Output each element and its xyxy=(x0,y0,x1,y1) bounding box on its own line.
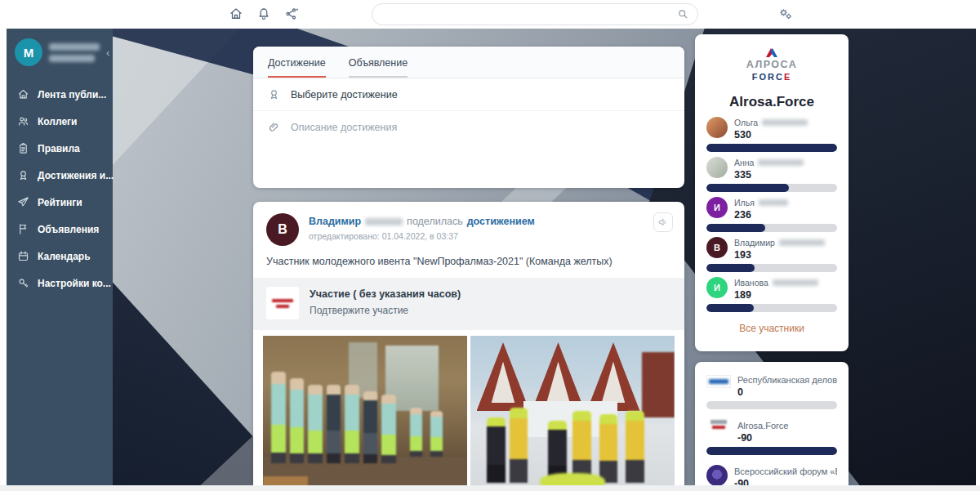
rocket-icon xyxy=(17,196,29,208)
search-bar[interactable] xyxy=(372,3,698,25)
clipboard-icon xyxy=(17,142,29,154)
sidebar-item-feed[interactable]: Лента публи... xyxy=(7,81,113,108)
score-bar-fill xyxy=(706,264,755,272)
photo-figure xyxy=(540,473,605,485)
topbar xyxy=(0,0,980,29)
participant-row[interactable]: Ольга 530 xyxy=(706,117,837,152)
participant-score: 189 xyxy=(734,289,837,301)
avatar[interactable]: M xyxy=(15,38,42,66)
post-photo-winter[interactable] xyxy=(470,336,675,485)
achievement-select-value: Выберите достижение xyxy=(291,89,398,100)
event-logo xyxy=(706,375,731,388)
avatar[interactable]: В xyxy=(266,213,299,246)
alrosa-logo: АЛРОСА FORCE xyxy=(706,46,837,82)
sidebar-item-ratings[interactable]: Рейтинги xyxy=(7,189,113,216)
events-card: Республиканская деловая игра "Мы 0 Alros… xyxy=(695,362,849,485)
redacted-text xyxy=(276,305,289,308)
avatar: В xyxy=(706,237,728,258)
sidebar-item-calendar[interactable]: Календарь xyxy=(7,243,113,270)
sidebar-item-label: Рейтинги xyxy=(38,197,82,208)
achievement-select[interactable]: Выберите достижение xyxy=(253,78,684,111)
participant-row[interactable]: В Владимир 193 xyxy=(706,237,837,272)
participant-name: Анна xyxy=(734,158,754,167)
sidebar-item-label: Правила xyxy=(38,143,80,154)
sidebar-item-colleagues[interactable]: Коллеги xyxy=(7,108,113,135)
score-bar-track xyxy=(706,144,837,152)
participant-score: 236 xyxy=(734,209,837,221)
home-icon[interactable] xyxy=(229,7,243,21)
photo-detail xyxy=(642,352,675,417)
event-title: Всероссийский форум «Вместе Яр xyxy=(734,466,837,476)
score-bar-track xyxy=(706,447,837,455)
tab-announcement[interactable]: Объявление xyxy=(349,57,408,78)
photo-figure xyxy=(572,411,591,483)
photo-figure xyxy=(345,385,359,463)
event-row[interactable]: Республиканская деловая игра "Мы 0 xyxy=(706,373,837,409)
photo-detail xyxy=(263,476,308,485)
participant-row[interactable]: И Илья 236 xyxy=(706,197,837,232)
sidebar-item-settings[interactable]: Настройки ко... xyxy=(7,270,113,297)
photo-figure xyxy=(381,395,396,463)
sidebar-item-label: Календарь xyxy=(38,251,91,262)
score-bar-fill xyxy=(706,144,837,152)
sidebar-item-rules[interactable]: Правила xyxy=(7,135,113,162)
collapse-chevron-icon[interactable]: ‹ xyxy=(106,47,111,59)
photo-figure xyxy=(290,378,305,463)
megaphone-icon[interactable] xyxy=(653,212,673,232)
achievement-texts: Участие ( без указания часов) Подтвержит… xyxy=(310,287,461,316)
score-bar-fill xyxy=(706,184,789,192)
sidebar-item-announcements[interactable]: Объявления xyxy=(7,216,113,243)
post-action-text: поделилась xyxy=(407,216,463,227)
event-row[interactable]: Всероссийский форум «Вместе Яр -90 xyxy=(706,465,837,485)
photo-figure xyxy=(410,408,422,457)
redacted-text xyxy=(272,299,293,302)
photo-figure xyxy=(626,411,644,483)
redacted-text xyxy=(759,199,788,206)
photo-figure xyxy=(510,408,528,483)
sidebar-item-label: Лента публи... xyxy=(38,89,106,100)
leaderboard-card: АЛРОСА FORCE Alrosa.Force Ольга 530 xyxy=(695,34,849,351)
force-brand-text: FORCE xyxy=(706,72,837,82)
search-input[interactable] xyxy=(381,9,677,20)
medal-icon xyxy=(17,169,29,181)
post-photos xyxy=(253,330,684,485)
participant-row[interactable]: Анна 335 xyxy=(706,157,837,192)
feed-post: В Владимир поделилась достижением отреда… xyxy=(253,202,684,485)
sidebar-user[interactable]: M ‹ xyxy=(7,29,113,79)
avatar: И xyxy=(706,277,728,298)
post-object-link[interactable]: достижением xyxy=(467,216,535,227)
network-icon[interactable] xyxy=(284,7,299,21)
description-input[interactable]: Описание достижения xyxy=(253,111,684,143)
post-photo-indoor[interactable] xyxy=(263,336,467,485)
score-bar-track xyxy=(706,264,837,272)
redacted-text xyxy=(365,218,403,225)
topbar-icon-group xyxy=(229,7,299,21)
redacted-text xyxy=(773,279,818,286)
author-name-link[interactable]: Владимир xyxy=(309,216,361,227)
post-meta: Владимир поделилась достижением отредакт… xyxy=(309,213,535,246)
leaderboard-title: Alrosa.Force xyxy=(706,94,837,110)
event-logo-forum xyxy=(706,465,728,485)
achievement-attachment[interactable]: Участие ( без указания часов) Подтвержит… xyxy=(253,278,684,330)
participant-row[interactable]: И Иванова 189 xyxy=(706,277,837,312)
all-participants-link[interactable]: Все участники xyxy=(706,323,837,334)
sidebar-item-achievements[interactable]: Достижения и... xyxy=(7,162,113,189)
score-bar-track xyxy=(706,224,837,232)
settings-gears-icon[interactable] xyxy=(777,6,794,22)
event-score: -90 xyxy=(737,432,837,444)
event-score: 0 xyxy=(737,386,837,398)
page-bottom-edge xyxy=(0,485,980,491)
alrosa-brand-text: АЛРОСА xyxy=(706,59,837,70)
sidebar-item-label: Коллеги xyxy=(38,116,78,127)
participant-score: 193 xyxy=(734,249,837,261)
redacted-text xyxy=(762,119,808,126)
photo-figure xyxy=(327,385,341,463)
key-icon xyxy=(17,277,29,289)
event-row[interactable]: Alrosa.Force -90 xyxy=(706,419,837,455)
post-composer: Достижение Объявление Выберите достижени… xyxy=(253,47,684,188)
score-bar-fill xyxy=(706,224,765,232)
tab-achievement[interactable]: Достижение xyxy=(268,57,326,78)
bell-icon[interactable] xyxy=(256,7,271,21)
event-title: Республиканская деловая игра "Мы xyxy=(737,375,837,385)
search-icon[interactable] xyxy=(677,8,689,20)
